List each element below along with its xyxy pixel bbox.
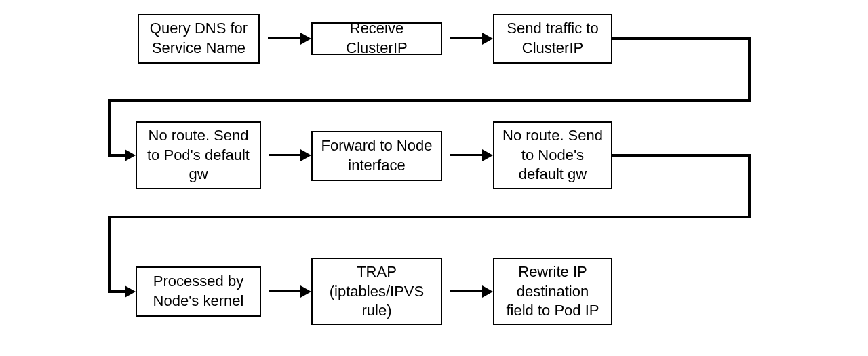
- flow-step-label: Processed by Node's kernel: [145, 272, 252, 311]
- connector-r2-r3-seg1: [612, 154, 751, 157]
- arrowhead-r1-b: [482, 33, 493, 45]
- arrow-r1-a: [268, 37, 300, 39]
- flow-step-label: Send traffic to ClusterIP: [502, 19, 603, 58]
- flow-step-no-route-node: No route. Send to Node's default gw: [493, 121, 612, 189]
- connector-r2-r3-seg2: [748, 154, 751, 218]
- flow-step-label: No route. Send to Node's default gw: [502, 126, 603, 184]
- connector-r2-r3-seg3: [108, 216, 751, 218]
- arrowhead-r2-a: [300, 149, 311, 161]
- flow-step-label: No route. Send to Pod's default gw: [145, 126, 252, 184]
- flow-step-no-route-pod: No route. Send to Pod's default gw: [136, 121, 261, 189]
- arrow-r2-a: [269, 154, 300, 156]
- arrow-r2-b: [450, 154, 482, 156]
- flow-step-processed-kernel: Processed by Node's kernel: [136, 266, 261, 317]
- flow-step-label: Forward to Node interface: [321, 136, 433, 175]
- flow-step-query-dns: Query DNS for Service Name: [138, 14, 260, 64]
- arrowhead-r1-a: [300, 33, 311, 45]
- flow-step-send-traffic: Send traffic to ClusterIP: [493, 14, 612, 64]
- flow-step-receive-clusterip: Receive ClusterIP: [311, 22, 442, 55]
- flow-step-label: Query DNS for Service Name: [147, 19, 250, 58]
- flow-step-label: Rewrite IP destination field to Pod IP: [502, 262, 603, 321]
- arrowhead-into-r2s1: [125, 149, 136, 161]
- arrow-r3-a: [269, 290, 300, 292]
- arrowhead-r3-a: [300, 285, 311, 298]
- connector-r2-r3-seg5: [108, 290, 125, 293]
- arrowhead-into-r3s1: [125, 285, 136, 298]
- connector-r1-r2-seg5: [108, 154, 125, 157]
- flow-step-rewrite-ip: Rewrite IP destination field to Pod IP: [493, 258, 612, 325]
- flow-step-label: TRAP (iptables/IPVS rule): [321, 262, 433, 321]
- flow-step-trap: TRAP (iptables/IPVS rule): [311, 258, 442, 325]
- arrow-r1-b: [450, 37, 482, 39]
- connector-r2-r3-seg4: [108, 216, 111, 293]
- arrow-r3-b: [450, 290, 482, 292]
- flow-step-label: Receive ClusterIP: [321, 19, 433, 58]
- connector-r1-r2-seg4: [108, 99, 111, 157]
- flow-step-forward-node: Forward to Node interface: [311, 131, 442, 181]
- connector-r1-r2-seg2: [748, 37, 751, 102]
- arrowhead-r2-b: [482, 149, 493, 161]
- connector-r1-r2-seg1: [612, 37, 751, 40]
- arrowhead-r3-b: [482, 285, 493, 298]
- connector-r1-r2-seg3: [108, 99, 751, 102]
